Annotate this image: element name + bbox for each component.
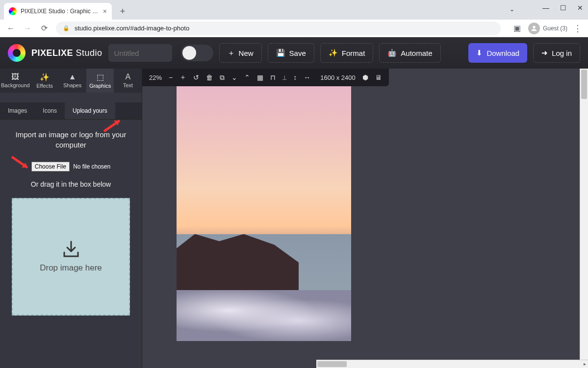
grid-icon[interactable]: ▦ — [257, 74, 263, 81]
file-chooser-row: Choose File No file chosen — [10, 162, 132, 172]
tool-tabs: 🖼Background ✨Effects ▲Shapes ⬚Graphics A… — [0, 69, 142, 93]
new-button[interactable]: ＋New — [219, 43, 262, 63]
monitor-icon[interactable]: 🖥 — [375, 74, 382, 81]
forward-button[interactable]: → — [23, 24, 32, 33]
upload-heading: Import an image or logo from your comput… — [10, 129, 132, 150]
vertical-resize-icon[interactable]: ↕ — [293, 74, 297, 81]
background-icon: 🖼 — [1, 73, 30, 81]
login-button[interactable]: ➜Log in — [533, 43, 580, 63]
horizontal-resize-icon[interactable]: ↔ — [304, 74, 310, 81]
profile-chip[interactable]: Guest (3) — [528, 23, 567, 34]
theme-toggle[interactable] — [181, 45, 213, 61]
document-title-input[interactable] — [108, 44, 172, 62]
tab-title: PIXELIXE Studio : Graphic Crea — [21, 8, 99, 15]
canvas-area: 22% − ＋ ↺ 🗑 ⧉ ⌄ ⌃ ▦ ⊓ ⟂ ↕ ↔ 1600 x 2400 … — [142, 69, 588, 368]
zoom-label: 22% — [149, 74, 162, 81]
window-controls: — ☐ ✕ — [542, 4, 583, 12]
tab-close-icon[interactable]: × — [103, 7, 107, 15]
image-foam — [177, 290, 351, 341]
automate-button[interactable]: 🤖Automate — [379, 43, 440, 63]
plus-icon: ＋ — [228, 49, 235, 58]
file-status-label: No file chosen — [73, 163, 110, 170]
canvas-vertical-scrollbar[interactable] — [580, 69, 588, 360]
shapes-icon: ▲ — [59, 73, 85, 81]
collapse-down-icon[interactable]: ⌄ — [231, 74, 237, 81]
download-into-icon — [61, 241, 81, 258]
new-tab-button[interactable]: + — [116, 4, 129, 18]
canvas-horizontal-scrollbar[interactable]: ▸ — [316, 360, 588, 368]
graphics-subtabs: Images Icons Upload yours — [0, 102, 142, 120]
magnet-icon[interactable]: ⊓ — [270, 74, 276, 81]
svg-point-0 — [533, 25, 535, 28]
copy-icon[interactable]: ⧉ — [220, 74, 225, 82]
subtab-images[interactable]: Images — [0, 102, 35, 119]
workspace: 🖼Background ✨Effects ▲Shapes ⬚Graphics A… — [0, 69, 588, 368]
brand-text: PIXELIXE Studio — [31, 48, 102, 58]
url-text: studio.pixelixe.com/#add-image-to-photo — [75, 25, 189, 32]
app-header: PIXELIXE Studio ＋New 💾Save ✨Format 🤖Auto… — [0, 37, 588, 69]
close-window-icon[interactable]: ✕ — [577, 4, 583, 12]
undo-icon[interactable]: ↺ — [193, 74, 199, 81]
save-button[interactable]: 💾Save — [268, 43, 314, 63]
window-caret-icon[interactable]: ⌄ — [510, 6, 514, 13]
tab-effects[interactable]: ✨Effects — [31, 69, 59, 93]
left-sidebar: 🖼Background ✨Effects ▲Shapes ⬚Graphics A… — [0, 69, 142, 368]
tab-graphics[interactable]: ⬚Graphics — [86, 69, 114, 93]
url-field[interactable]: 🔒 studio.pixelixe.com/#add-image-to-phot… — [56, 22, 501, 35]
address-bar: ← → ⟳ 🔒 studio.pixelixe.com/#add-image-t… — [0, 20, 588, 37]
lock-icon: 🔒 — [63, 25, 70, 31]
browser-tab-strip: PIXELIXE Studio : Graphic Crea × + — [0, 0, 588, 20]
subtab-icons[interactable]: Icons — [35, 102, 65, 119]
canvas-dimensions: 1600 x 2400 — [320, 74, 356, 81]
browser-tab[interactable]: PIXELIXE Studio : Graphic Crea × — [4, 3, 112, 20]
format-button[interactable]: ✨Format — [320, 43, 374, 63]
panel-icon[interactable]: ▣ — [512, 24, 522, 33]
download-button[interactable]: ⬇Download — [468, 43, 527, 63]
tab-background[interactable]: 🖼Background — [0, 69, 31, 93]
maximize-icon[interactable]: ☐ — [560, 4, 566, 12]
dropzone-label: Drop image here — [40, 263, 102, 273]
menu-dots-icon[interactable]: ⋮ — [573, 23, 582, 34]
zoom-out-icon[interactable]: − — [169, 74, 173, 81]
crop-icon[interactable]: ⟂ — [282, 74, 286, 81]
choose-file-button[interactable]: Choose File — [31, 162, 70, 172]
save-icon: 💾 — [276, 49, 285, 57]
logo-icon — [8, 44, 26, 62]
tab-shapes[interactable]: ▲Shapes — [58, 69, 86, 93]
or-drag-label: Or drag it in the box below — [10, 180, 132, 188]
back-button[interactable]: ← — [6, 24, 16, 33]
effects-icon: ✨ — [32, 73, 58, 82]
reload-button[interactable]: ⟳ — [39, 24, 49, 33]
guest-label: Guest (3) — [543, 25, 567, 32]
login-icon: ➜ — [541, 49, 548, 57]
canvas-toolbar: 22% − ＋ ↺ 🗑 ⧉ ⌄ ⌃ ▦ ⊓ ⟂ ↕ ↔ 1600 x 2400 … — [142, 69, 389, 86]
download-icon: ⬇ — [476, 49, 483, 57]
robot-icon: 🤖 — [387, 49, 397, 57]
zoom-in-icon[interactable]: ＋ — [179, 73, 186, 82]
minimize-icon[interactable]: — — [542, 4, 549, 12]
cube-icon[interactable]: ⬢ — [362, 74, 368, 81]
canvas-image[interactable] — [177, 86, 351, 341]
tab-text[interactable]: AText — [114, 69, 142, 93]
dropzone[interactable]: Drop image here — [12, 198, 130, 316]
avatar-icon — [528, 23, 540, 34]
graphics-icon: ⬚ — [87, 73, 113, 82]
text-icon: A — [115, 73, 141, 81]
upload-panel: Import an image or logo from your comput… — [0, 120, 142, 325]
wand-icon: ✨ — [329, 49, 338, 57]
favicon-icon — [9, 7, 17, 15]
trash-icon[interactable]: 🗑 — [206, 74, 213, 81]
subtab-upload-yours[interactable]: Upload yours — [65, 102, 115, 119]
collapse-up-icon[interactable]: ⌃ — [244, 74, 250, 81]
